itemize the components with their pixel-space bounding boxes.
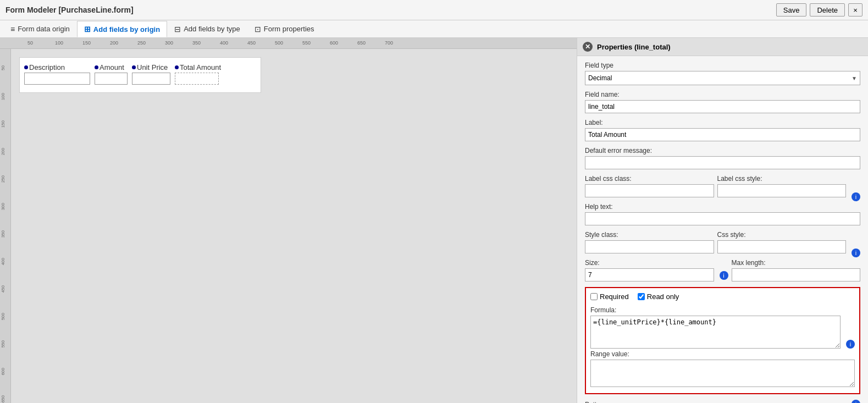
canvas-area: 50 100 150 200 250 300 350 400 450 500 5…: [0, 38, 577, 403]
range-value-label: Range value:: [590, 350, 855, 358]
tab-add-fields-by-type-label: Add fields by type: [184, 25, 240, 33]
window-title: Form Modeler [PurchaseLine.form]: [5, 5, 134, 14]
label-input[interactable]: [585, 128, 860, 141]
checkbox-row: Required Read only: [590, 292, 855, 301]
field-name-row: Field name:: [585, 91, 860, 113]
default-error-input[interactable]: [585, 156, 860, 169]
field-unitprice-col: Unit Price: [132, 63, 170, 85]
form-data-origin-icon: ≡: [10, 25, 15, 34]
panel-title: Properties (line_total): [597, 43, 671, 51]
css-style-input[interactable]: [717, 240, 847, 253]
label-css-style-row: Label css style:: [717, 175, 847, 197]
total-label-text: Total Amount: [180, 63, 221, 71]
title-bar: Form Modeler [PurchaseLine.form] Save De…: [0, 0, 868, 20]
label-css-class-row: Label css class:: [585, 175, 714, 197]
label-css-style-input[interactable]: [717, 184, 847, 197]
style-class-row: Style class:: [585, 231, 714, 253]
tab-add-fields-by-type[interactable]: ⊟ Add fields by type: [167, 21, 247, 37]
form-properties-icon: ⊡: [255, 25, 261, 34]
formula-section: Required Read only Formula: ={line_unitP…: [585, 287, 860, 394]
description-input[interactable]: [24, 73, 90, 85]
css-style-info-icon[interactable]: i: [852, 249, 860, 257]
form-canvas-area[interactable]: Description Amount: [11, 49, 577, 403]
field-total-label: Total Amount: [175, 63, 221, 71]
field-amount-col: Amount: [95, 63, 128, 85]
label-css-class-input[interactable]: [585, 184, 714, 197]
read-only-label-text: Read only: [647, 292, 679, 301]
tab-add-fields-by-origin[interactable]: ⊞ Add fields by origin: [77, 21, 167, 37]
field-unitprice-label: Unit Price: [132, 63, 170, 71]
field-total-col: Total Amount: [175, 63, 221, 85]
field-type-label: Field type: [585, 62, 860, 69]
help-text-input[interactable]: [585, 212, 860, 225]
read-only-checkbox[interactable]: [638, 293, 645, 300]
style-class-label: Style class:: [585, 231, 714, 239]
required-checkbox-label[interactable]: Required: [590, 292, 629, 301]
formula-info-icon[interactable]: i: [846, 340, 855, 349]
read-only-checkbox-label[interactable]: Read only: [638, 292, 679, 301]
style-class-input[interactable]: [585, 240, 714, 253]
max-length-label: Max length:: [732, 259, 861, 267]
formula-row: Formula: ={line_unitPrice}*{line_amount}…: [590, 306, 855, 350]
range-value-row: Range value:: [590, 350, 855, 389]
required-dot: [132, 65, 136, 69]
size-label: Size:: [585, 259, 714, 267]
size-info-icon[interactable]: i: [720, 271, 728, 280]
label-row: Label:: [585, 119, 860, 141]
add-fields-by-origin-icon: ⊞: [84, 25, 91, 34]
help-text-row: Help text:: [585, 203, 860, 225]
toolbar: ≡ Form data origin ⊞ Add fields by origi…: [0, 20, 868, 38]
tab-add-fields-by-origin-label: Add fields by origin: [93, 25, 160, 34]
max-length-field-row: Max length:: [732, 259, 861, 281]
size-input[interactable]: [585, 268, 714, 281]
tab-form-data-origin[interactable]: ≡ Form data origin: [3, 21, 77, 37]
properties-panel: ✕ Properties (line_total) Field type Dec…: [577, 38, 868, 403]
field-description-col: Description: [24, 63, 90, 85]
field-name-label: Field name:: [585, 91, 860, 98]
unitprice-input[interactable]: [132, 73, 170, 85]
field-type-select[interactable]: Decimal Integer String Boolean Date: [585, 71, 860, 85]
amount-label-text: Amount: [99, 63, 124, 71]
formula-label: Formula:: [590, 306, 841, 314]
help-text-label: Help text:: [585, 203, 860, 211]
panel-body: Field type Decimal Integer String Boolea…: [577, 56, 868, 403]
default-error-row: Default error message:: [585, 147, 860, 169]
pattern-row: Pattern: i: [585, 400, 860, 403]
required-dot: [95, 65, 98, 69]
ruler-vertical: 50 100 150 200 250 300 350 400 450 500 5…: [0, 49, 11, 403]
pattern-info-icon[interactable]: i: [852, 400, 860, 403]
total-input[interactable]: [175, 73, 219, 85]
form-canvas: Description Amount: [19, 57, 261, 93]
field-name-input[interactable]: [585, 100, 860, 113]
css-style-label: Css style:: [717, 231, 847, 239]
field-type-select-wrap: Decimal Integer String Boolean Date ▼: [585, 71, 860, 85]
max-length-input[interactable]: [732, 268, 861, 281]
ruler-horizontal: 50 100 150 200 250 300 350 400 450 500 5…: [0, 38, 577, 49]
required-dot: [175, 65, 179, 69]
style-row: Style class: Css style: i: [585, 231, 860, 259]
amount-input[interactable]: [95, 73, 128, 85]
field-row: Description Amount: [24, 63, 256, 85]
panel-close-button[interactable]: ✕: [583, 42, 593, 52]
title-bar-actions: Save Delete ×: [776, 3, 863, 16]
field-amount-label: Amount: [95, 63, 128, 71]
label-css-style-info-icon[interactable]: i: [852, 192, 860, 201]
main-layout: 50 100 150 200 250 300 350 400 450 500 5…: [0, 38, 868, 403]
save-button[interactable]: Save: [776, 3, 807, 16]
required-checkbox[interactable]: [590, 293, 598, 300]
formula-textarea[interactable]: ={line_unitPrice}*{line_amount}: [590, 316, 841, 349]
css-style-row: Css style:: [717, 231, 847, 253]
delete-button[interactable]: Delete: [810, 3, 845, 16]
required-label-text: Required: [600, 292, 629, 301]
pattern-label: Pattern:: [585, 401, 846, 403]
label-css-class-label: Label css class:: [585, 175, 714, 183]
size-field-row: Size:: [585, 259, 714, 281]
description-label-text: Description: [29, 63, 65, 71]
unitprice-label-text: Unit Price: [137, 63, 168, 71]
tab-form-properties[interactable]: ⊡ Form properties: [247, 21, 322, 37]
size-row: Size: i Max length:: [585, 259, 860, 281]
window-close-button[interactable]: ×: [848, 3, 863, 16]
field-type-row: Field type Decimal Integer String Boolea…: [585, 62, 860, 85]
range-value-textarea[interactable]: [590, 360, 855, 387]
default-error-label: Default error message:: [585, 147, 860, 154]
